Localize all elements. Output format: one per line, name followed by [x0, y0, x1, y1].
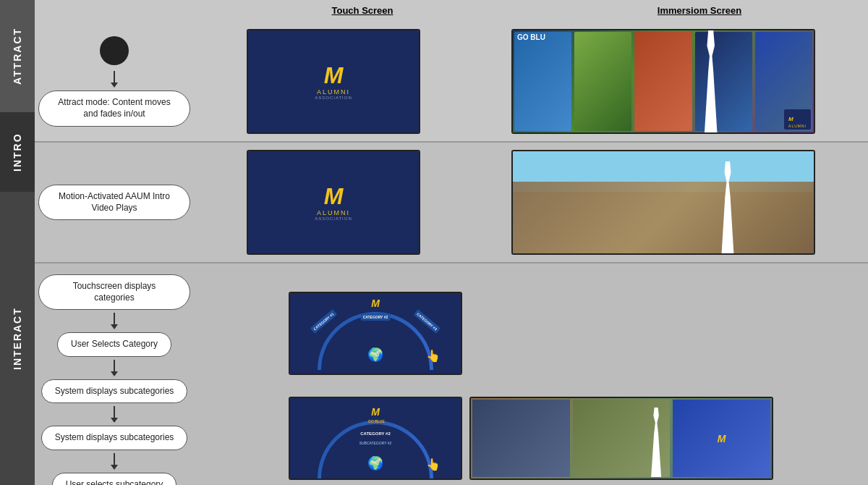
main-content: Touch Screen Immersiom Screen Attract mo…	[35, 0, 868, 485]
interact-immersion-placeholder-1	[469, 293, 773, 373]
finger-emoji: 👆	[426, 349, 441, 363]
category-select-screen: M CATEGORY #1 CATEGORY #2 CATEGORY #3 🌍 …	[290, 293, 461, 374]
interact-step1-oval: Touchscreen displays categories	[38, 274, 190, 310]
attract-flow: Attract mode: Content moves and fades in…	[35, 22, 194, 141]
intro-oval: Motion-Activated AAUM Intro Video Plays	[38, 185, 190, 220]
intro-touch-screen: M ALUMNI ASSOCIATION	[247, 150, 420, 255]
person-head-icon	[100, 36, 129, 65]
attract-screens: M ALUMNI ASSOCIATION M ALUMNI	[194, 22, 868, 141]
imm-panel-2	[574, 32, 631, 131]
imm-interact-p3: M	[673, 400, 770, 477]
immersion-attract-content: M ALUMNI GO BLU	[513, 30, 814, 132]
interact-label: INTERACT	[12, 307, 23, 370]
immersion-intro-content	[513, 151, 814, 253]
imm-panel-3	[634, 32, 692, 131]
cat2-label: CATEGORY #2	[361, 313, 391, 321]
imm-interact-p2	[573, 400, 671, 477]
alumni-screen-attract: M ALUMNI ASSOCIATION	[248, 30, 419, 132]
sidebar-interact: INTERACT	[0, 192, 35, 485]
attract-immersion-screen: M ALUMNI GO BLU	[511, 29, 815, 134]
alumni-screen-intro: M ALUMNI ASSOCIATION	[248, 151, 419, 253]
alumni-badge-attract: ALUMNI	[788, 124, 807, 128]
alumni-text-attract: ALUMNI	[317, 88, 350, 96]
category-arc-container: CATEGORY #1 CATEGORY #2 CATEGORY #3 🌍 👆	[303, 312, 448, 363]
attract-oval: Attract mode: Content moves and fades in…	[38, 90, 190, 126]
attract-section: Attract mode: Content moves and fades in…	[35, 22, 868, 143]
interact-flow: Touchscreen displays categories User Sel…	[35, 263, 194, 485]
sidebar-intro: INTRO	[0, 112, 35, 192]
go-blue-text: GO BLU	[517, 33, 545, 41]
interact-step4-oval: System displays subcategories	[41, 426, 188, 450]
subcategory-arc-container: CATEGORY #2 SUBCATEGORY #2 🌍 👆 GO BLUE	[303, 421, 448, 471]
interact-screens-area: M CATEGORY #1 CATEGORY #2 CATEGORY #3 🌍 …	[194, 263, 868, 485]
header-spacer	[35, 0, 194, 22]
intro-section: Motion-Activated AAUM Intro Video Plays …	[35, 143, 868, 263]
m-logo-immersion-attract: M	[788, 116, 793, 122]
intro-screens: M ALUMNI ASSOCIATION	[194, 143, 868, 262]
imm-interact-p1	[472, 400, 570, 477]
interact-screen-row-2: M CATEGORY #2 SUBCATEGORY #2 🌍 👆 GO BLUE	[200, 397, 862, 480]
interact-step3-oval: System displays subcategories	[41, 379, 188, 404]
attract-label: ATTRACT	[12, 28, 23, 85]
globe-emoji: 🌍	[367, 347, 383, 363]
immersion-interact-content-2: M	[471, 398, 772, 478]
sidebar: ATTRACT INTRO INTERACT	[0, 0, 35, 485]
imm-panel-1	[514, 32, 571, 131]
interact-screen-row-1: M CATEGORY #1 CATEGORY #2 CATEGORY #3 🌍 …	[200, 292, 862, 375]
assoc-text-attract: ASSOCIATION	[315, 96, 352, 100]
imm-panel-4	[695, 32, 752, 131]
interact-step5-oval: User selects subcategory	[52, 473, 177, 485]
touch-screen-header: Touch Screen	[194, 0, 531, 22]
interact-immersion-screen-2: M	[469, 397, 773, 480]
attract-touch-screen: M ALUMNI ASSOCIATION	[247, 29, 420, 134]
building-overlay	[513, 182, 814, 253]
interact-touch-screen-1: M CATEGORY #1 CATEGORY #2 CATEGORY #3 🌍 …	[289, 292, 462, 375]
assoc-text-intro: ASSOCIATION	[315, 216, 352, 221]
subcategory-select-screen: M CATEGORY #2 SUBCATEGORY #2 🌍 👆 GO BLUE	[290, 398, 461, 478]
m-logo-attract: M	[324, 64, 344, 87]
subcat-cat2: CATEGORY #2	[360, 431, 391, 436]
immersion-screen-header: Immersiom Screen	[531, 0, 868, 22]
arrow-interact-1	[111, 313, 118, 329]
intro-label: INTRO	[12, 132, 23, 172]
arrow-interact-2	[111, 360, 118, 376]
finger-emoji-2: 👆	[426, 457, 441, 471]
m-logo-subcat: M	[371, 406, 380, 418]
headers-row: Touch Screen Immersiom Screen	[35, 0, 868, 22]
m-logo-cat: M	[371, 298, 380, 309]
arrow-interact-4	[111, 453, 118, 470]
arrow-interact-3	[111, 406, 118, 423]
m-logo-immersion-interact: M	[718, 433, 726, 444]
intro-immersion-screen	[511, 150, 815, 255]
interact-step2-oval: User Selects Category	[57, 332, 171, 357]
person-silhouette-interact	[647, 408, 665, 477]
alumni-text-intro: ALUMNI	[317, 209, 350, 216]
globe-emoji-2: 🌍	[367, 455, 383, 471]
arrow-down-1	[111, 71, 118, 88]
immersion-interact-panels: M	[471, 398, 772, 478]
m-logo-intro: M	[324, 185, 344, 208]
interact-touch-screen-2: M CATEGORY #2 SUBCATEGORY #2 🌍 👆 GO BLUE	[289, 397, 462, 480]
go-blue-subcat: GO BLUE	[368, 419, 385, 423]
sidebar-attract: ATTRACT	[0, 0, 35, 112]
interact-section: Touchscreen displays categories User Sel…	[35, 263, 868, 485]
intro-flow: Motion-Activated AAUM Intro Video Plays	[35, 143, 194, 262]
subcat-label: SUBCATEGORY #2	[359, 441, 392, 445]
